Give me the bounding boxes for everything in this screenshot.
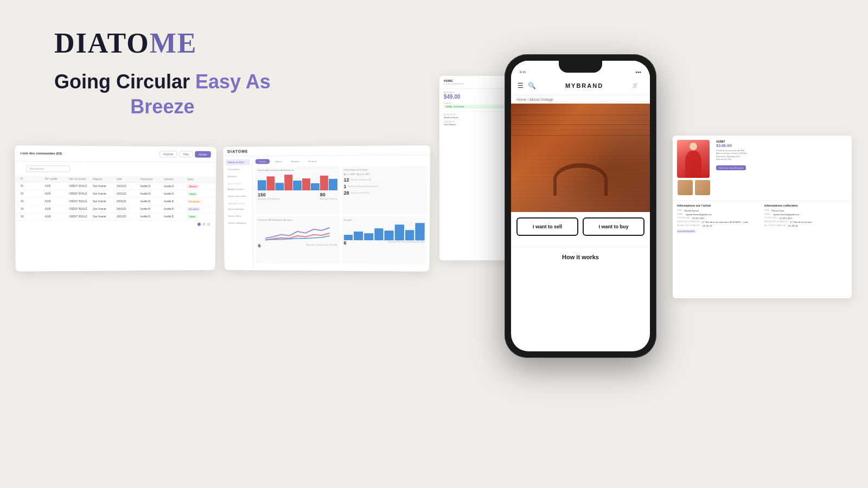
tab-boutique: Boutique	[305, 159, 320, 164]
ss2-header: DIATOME	[223, 145, 430, 157]
line-chart-svg	[258, 225, 337, 241]
want-to-sell-button[interactable]: I want to sell	[516, 217, 578, 236]
phone-cta-buttons-row: I want to sell I want to buy	[511, 212, 650, 241]
phone-notch	[559, 61, 602, 73]
hamburger-icon: ☰	[518, 82, 524, 89]
order-detail-screenshot: #1597 $148.00 Produit de la commande: ■ …	[673, 136, 852, 298]
how-it-works-section[interactable]: How it works	[511, 247, 650, 267]
info-columns: Informations sur l'achat Nom:Sandra Serv…	[673, 201, 852, 235]
ss1-filter-btn: Filtre	[180, 151, 193, 157]
phone-nav-bar: ☰ 🔍 MYBRAND 🛒	[511, 76, 650, 95]
nav-item-analysis: Analyse situation	[226, 186, 250, 192]
phone-brand-name: MYBRAND	[540, 82, 628, 89]
ss1-search: Rechercher	[26, 165, 71, 172]
tab-products: Produits	[256, 159, 270, 164]
nav-item-config: Gestion offres	[226, 213, 251, 219]
phone-screen: 9:41 ●●● ☰ 🔍 MYBRAND 🛒 Home / About Vint…	[511, 61, 650, 351]
product-image	[677, 140, 710, 178]
logo-area: DIATOme	[54, 27, 197, 59]
nav-item-cancelled: Annulées	[226, 173, 250, 179]
logo-main: DIATO	[54, 28, 150, 59]
customers-chart-card: Customers ■ Participations ■ Logins 6Ave…	[256, 216, 339, 264]
nav-item-offers: Gestion bons offres	[226, 193, 250, 199]
product-image-area	[677, 140, 711, 196]
screenshots-area: Liste des commandes (63) Exporter Filtre…	[11, 146, 434, 287]
performance-chart-card: Performance de territoire Apr 1, 2020 - …	[341, 166, 427, 214]
tagline-breeze: Breeze	[54, 95, 271, 118]
ss2-body: Tableau de Bord Commandes Annulées Bouti…	[224, 155, 430, 270]
search-icon: 🔍	[528, 82, 536, 89]
customer-detail-screenshot: #1001 Crédit le 12/05/2023 MONTANT $49.0…	[439, 76, 515, 260]
tab-analytics: Analytics	[288, 159, 303, 164]
ss2-sidebar: Tableau de Bord Commandes Annulées Bouti…	[224, 157, 254, 269]
ss1-export-btn: Exporter	[159, 151, 177, 157]
product-info: #1597 $148.00 Produit de la commande: ■ …	[716, 140, 847, 196]
tagline-black: Going Circular	[54, 70, 190, 93]
products-chart-card: Produits ■ Écommerces ■ Statistiques	[256, 166, 340, 214]
tagline-purple: Easy As	[195, 70, 271, 93]
create-new-btn[interactable]: Créer une nouvelle partie	[716, 165, 746, 170]
table-row: 04 A100 CRÉDIT BOULÉ San Vicente 20/01/2…	[15, 206, 216, 213]
phone-breadcrumb: Home / About Vintage	[511, 95, 650, 104]
ss1-pagination	[15, 221, 215, 229]
ss2-charts-grid: Produits ■ Écommerces ■ Statistiques	[256, 166, 427, 265]
analytics-dashboard-screenshot: DIATOME Tableau de Bord Commandes Annulé…	[223, 145, 430, 272]
table-row: 05 A100 CRÉDIT BOULÉ San Vicente 20/01/2…	[15, 213, 215, 221]
nav-item-settings: Gestion boutique	[226, 206, 250, 212]
nav-item-users: Gestion utilisateurs	[226, 220, 251, 226]
left-section: DIATOme Going Circular Easy As Breeze Li…	[0, 0, 423, 488]
logo-accent: me	[150, 28, 197, 59]
right-section: #1001 Crédit le 12/05/2023 MONTANT $49.0…	[423, 0, 868, 488]
ss1-header: Liste des commandes (63) Exporter Filtre…	[15, 145, 216, 163]
table-row: 03 A100 CRÉDIT BOULÉ San Vicente 20/01/2…	[15, 198, 216, 206]
ss1-buttons: Exporter Filtre Ajouter	[159, 151, 211, 158]
phone-outer: 9:41 ●●● ☰ 🔍 MYBRAND 🛒 Home / About Vint…	[505, 54, 656, 358]
product-thumb-1	[678, 180, 693, 195]
ss2-logo: DIATOME	[227, 150, 248, 153]
ss1-add-btn: Ajouter	[195, 151, 210, 158]
groups-chart-card: Groupes 6Average ROI	[342, 216, 427, 265]
collector-info: Informations collectées Nom:Patron Cœur …	[764, 204, 847, 232]
tagline: Going Circular Easy As Breeze	[54, 70, 271, 118]
ss2-main-content: Produits Options Analytics Boutique Prod…	[253, 155, 430, 270]
vendor-info: Informations sur l'achat Nom:Sandra Serv…	[677, 204, 760, 232]
phone-hero-image	[511, 104, 650, 212]
ss1-title: Liste des commandes (63)	[21, 151, 62, 155]
nav-item-dashboard: Tableau de Bord	[226, 159, 250, 165]
table-row: 01 A100 CRÉDIT BOULÉ San Vicente 20/01/2…	[15, 182, 216, 190]
nav-item-orders: Commandes	[226, 166, 250, 172]
ss1-table-header: ID Ref. qualité Nom du produit Magasin D…	[15, 176, 216, 183]
want-to-buy-button[interactable]: I want to buy	[583, 217, 644, 236]
product-thumb-2	[695, 180, 710, 195]
table-row: 02 A100 CRÉDIT BOULÉ San Vicente 20/01/2…	[15, 190, 216, 198]
ss2-tabs: Produits Options Analytics Boutique	[256, 158, 427, 164]
brand-logo: DIATOme	[54, 27, 197, 59]
orders-table-screenshot: Liste des commandes (63) Exporter Filtre…	[15, 145, 216, 272]
tab-options: Options	[272, 159, 286, 164]
phone-mockup: 9:41 ●●● ☰ 🔍 MYBRAND 🛒 Home / About Vint…	[505, 54, 656, 358]
cart-icon: 🛒	[633, 83, 643, 88]
